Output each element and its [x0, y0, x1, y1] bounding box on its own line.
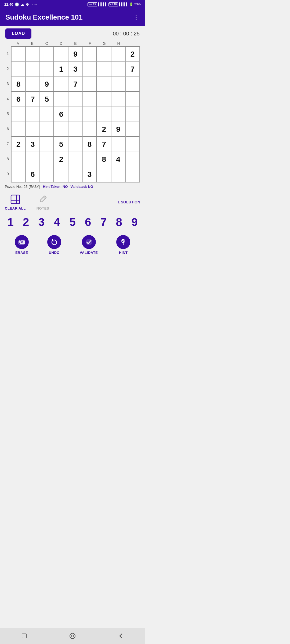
cell-r2-c4[interactable]: 1 — [54, 62, 68, 77]
cell-r5-c3[interactable] — [40, 107, 54, 122]
cell-r6-c9[interactable] — [125, 122, 140, 137]
cell-r5-c2[interactable] — [26, 107, 40, 122]
more-options-icon[interactable]: ⋮ — [133, 13, 140, 21]
cell-r9-c1[interactable] — [11, 167, 26, 182]
cell-r1-c1[interactable] — [11, 47, 26, 62]
cell-r6-c2[interactable] — [26, 122, 40, 137]
cell-r3-c7[interactable] — [97, 77, 111, 92]
cell-r7-c5[interactable] — [68, 137, 82, 152]
clear-all-button[interactable]: CLEAR ALL — [5, 193, 26, 210]
cell-r5-c9[interactable] — [125, 107, 140, 122]
cell-r9-c4[interactable] — [54, 167, 68, 182]
cell-r9-c9[interactable] — [125, 167, 140, 182]
cell-r6-c3[interactable] — [40, 122, 54, 137]
cell-r4-c5[interactable] — [68, 92, 82, 107]
cell-r2-c3[interactable] — [40, 62, 54, 77]
cell-r5-c5[interactable] — [68, 107, 82, 122]
cell-r4-c1[interactable]: 6 — [11, 92, 26, 107]
cell-r2-c9[interactable]: 7 — [125, 62, 140, 77]
cell-r6-c5[interactable] — [68, 122, 82, 137]
cell-r1-c3[interactable] — [40, 47, 54, 62]
cell-r4-c9[interactable] — [125, 92, 140, 107]
cell-r1-c7[interactable] — [97, 47, 111, 62]
cell-r3-c8[interactable] — [111, 77, 125, 92]
cell-r2-c8[interactable] — [111, 62, 125, 77]
cell-r7-c1[interactable]: 2 — [11, 137, 26, 152]
cell-r6-c7[interactable]: 2 — [97, 122, 111, 137]
cell-r1-c6[interactable] — [83, 47, 97, 62]
cell-r8-c3[interactable] — [40, 152, 54, 167]
undo-button[interactable]: UNDO — [47, 235, 61, 255]
cell-r1-c2[interactable] — [26, 47, 40, 62]
cell-r5-c7[interactable] — [97, 107, 111, 122]
cell-r8-c4[interactable]: 2 — [54, 152, 68, 167]
cell-r4-c7[interactable] — [97, 92, 111, 107]
cell-r1-c5[interactable]: 9 — [68, 47, 82, 62]
erase-button[interactable]: ✕ ERASE — [15, 235, 29, 255]
cell-r3-c3[interactable]: 9 — [40, 77, 54, 92]
cell-r9-c8[interactable] — [111, 167, 125, 182]
cell-r9-c7[interactable] — [97, 167, 111, 182]
cell-r8-c1[interactable] — [11, 152, 26, 167]
cell-r4-c8[interactable] — [111, 92, 125, 107]
cell-r3-c1[interactable]: 8 — [11, 77, 26, 92]
cell-r1-c9[interactable]: 2 — [125, 47, 140, 62]
cell-r5-c4[interactable]: 6 — [54, 107, 68, 122]
notes-button[interactable]: NOTES — [37, 193, 49, 210]
svg-point-13 — [123, 244, 124, 245]
validate-icon-wrap — [82, 235, 96, 249]
hint-button[interactable]: HINT — [116, 235, 130, 255]
cell-r8-c8[interactable]: 4 — [111, 152, 125, 167]
num-2-button[interactable]: 2 — [19, 216, 33, 229]
validate-button[interactable]: VALIDATE — [80, 235, 98, 255]
num-9-button[interactable]: 9 — [128, 216, 141, 229]
cell-r6-c8[interactable]: 9 — [111, 122, 125, 137]
cell-r2-c6[interactable] — [83, 62, 97, 77]
num-1-button[interactable]: 1 — [4, 216, 17, 229]
cell-r4-c3[interactable]: 5 — [40, 92, 54, 107]
cell-r8-c2[interactable] — [26, 152, 40, 167]
cell-r1-c4[interactable] — [54, 47, 68, 62]
cell-r5-c6[interactable] — [83, 107, 97, 122]
cell-r2-c7[interactable] — [97, 62, 111, 77]
cell-r4-c4[interactable] — [54, 92, 68, 107]
cell-r9-c6[interactable]: 3 — [83, 167, 97, 182]
cell-r9-c3[interactable] — [40, 167, 54, 182]
cell-r7-c6[interactable]: 8 — [83, 137, 97, 152]
num-6-button[interactable]: 6 — [81, 216, 95, 229]
cell-r4-c2[interactable]: 7 — [26, 92, 40, 107]
cell-r7-c2[interactable]: 3 — [26, 137, 40, 152]
cell-r3-c4[interactable] — [54, 77, 68, 92]
num-4-button[interactable]: 4 — [50, 216, 64, 229]
load-button[interactable]: LOAD — [5, 28, 31, 39]
cell-r5-c1[interactable] — [11, 107, 26, 122]
cell-r6-c4[interactable] — [54, 122, 68, 137]
cell-r7-c4[interactable]: 5 — [54, 137, 68, 152]
cell-r9-c5[interactable] — [68, 167, 82, 182]
cell-r3-c9[interactable] — [125, 77, 140, 92]
cell-r2-c2[interactable] — [26, 62, 40, 77]
cell-r8-c5[interactable] — [68, 152, 82, 167]
cell-r7-c9[interactable] — [125, 137, 140, 152]
cell-r7-c3[interactable] — [40, 137, 54, 152]
num-8-button[interactable]: 8 — [112, 216, 126, 229]
cell-r3-c6[interactable] — [83, 77, 97, 92]
cell-r9-c2[interactable]: 6 — [26, 167, 40, 182]
cell-r3-c5[interactable]: 7 — [68, 77, 82, 92]
cell-r8-c9[interactable] — [125, 152, 140, 167]
cell-r4-c6[interactable] — [83, 92, 97, 107]
num-3-button[interactable]: 3 — [35, 216, 48, 229]
cell-r7-c7[interactable]: 7 — [97, 137, 111, 152]
cell-r7-c8[interactable] — [111, 137, 125, 152]
num-5-button[interactable]: 5 — [66, 216, 79, 229]
cell-r8-c6[interactable] — [83, 152, 97, 167]
cell-r2-c1[interactable] — [11, 62, 26, 77]
cell-r2-c5[interactable]: 3 — [68, 62, 82, 77]
cell-r5-c8[interactable] — [111, 107, 125, 122]
cell-r8-c7[interactable]: 8 — [97, 152, 111, 167]
cell-r1-c8[interactable] — [111, 47, 125, 62]
cell-r6-c6[interactable] — [83, 122, 97, 137]
cell-r6-c1[interactable] — [11, 122, 26, 137]
num-7-button[interactable]: 7 — [97, 216, 110, 229]
cell-r3-c2[interactable] — [26, 77, 40, 92]
